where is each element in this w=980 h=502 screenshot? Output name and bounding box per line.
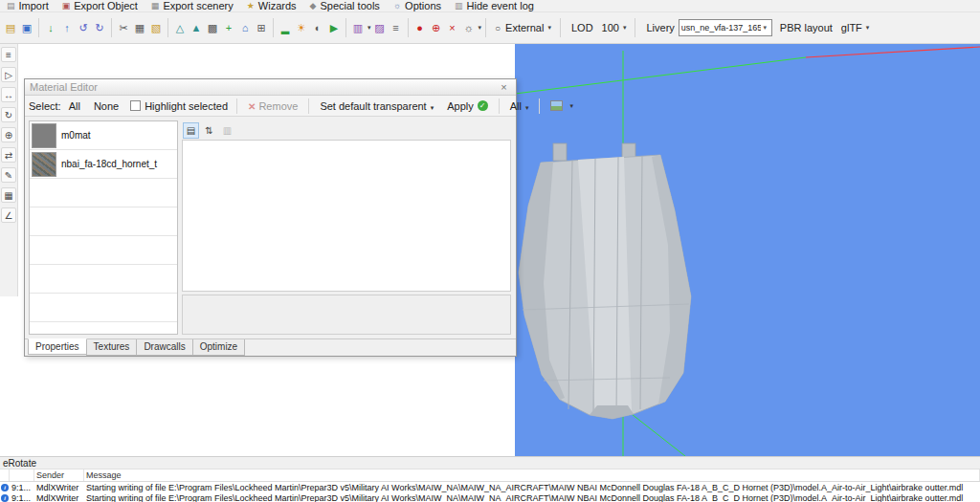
layers-icon[interactable]: ≡ — [1, 47, 16, 62]
categorized-icon[interactable]: ▤ — [183, 122, 199, 139]
scenegraph-icon[interactable]: ≡ — [389, 19, 404, 36]
material-list[interactable]: m0mat nbai_fa-18cd_hornet_t — [29, 120, 178, 335]
rotate-icon[interactable]: ↻ — [1, 107, 16, 122]
tab-properties[interactable]: Properties — [28, 338, 87, 355]
menu-item-hide-event-log[interactable]: ▥Hide event log — [448, 0, 541, 12]
log-entry[interactable]: i 9:1... MdlXWriter Starting writing of … — [0, 492, 980, 502]
position-icon[interactable]: ⊕ — [429, 19, 444, 36]
wizards-menu-icon: ★ — [247, 0, 255, 11]
model-airbrake[interactable] — [519, 143, 691, 419]
log-message-column-header[interactable]: Message — [84, 469, 980, 481]
move-icon[interactable]: ↔ — [1, 87, 16, 102]
pbr-layout-dropdown[interactable]: glTF ▾ — [836, 19, 875, 36]
property-grid[interactable] — [182, 140, 511, 292]
material-editor-titlebar[interactable]: Material Editor × — [25, 79, 516, 96]
material-list-empty-row — [30, 265, 177, 294]
texture-view-dropdown[interactable]: ▾ — [545, 98, 579, 114]
menu-item-wizards[interactable]: ★Wizards — [240, 0, 303, 12]
property-pages-icon[interactable]: ▥ — [219, 122, 235, 139]
menu-label: Import — [19, 0, 49, 11]
toolbar-separator — [236, 98, 237, 114]
log-cell-message: Starting writing of file E:\Program File… — [84, 492, 980, 502]
log-sender-column-header[interactable]: Sender — [34, 469, 84, 481]
apply-button[interactable]: Apply ✓ — [441, 98, 494, 115]
filter-all-label: All — [510, 100, 522, 112]
textured-view-icon[interactable]: ▲ — [189, 19, 204, 36]
snap-grid-icon[interactable]: ▦ — [1, 187, 16, 203]
material-editor-icon[interactable]: ▥ — [350, 19, 366, 36]
material-list-empty-row — [30, 322, 177, 335]
close-icon[interactable]: × — [497, 81, 511, 94]
ground-plane-icon[interactable]: ▂ — [278, 19, 293, 36]
viewport-3d[interactable] — [515, 44, 980, 456]
import-icon[interactable]: ↓ — [43, 19, 58, 36]
paste-icon[interactable]: ▧ — [148, 19, 164, 36]
checkbox-box — [130, 100, 141, 111]
material-name: m0mat — [61, 130, 91, 141]
log-cell-icon: i — [0, 492, 10, 502]
cut-icon[interactable]: ✂ — [116, 19, 131, 36]
highlight-selected-checkbox[interactable]: Highlight selected — [130, 100, 228, 112]
measure-icon[interactable]: ∠ — [1, 207, 16, 223]
chevron-down-icon: ▾ — [547, 24, 551, 32]
axes-toggle-icon[interactable]: + — [221, 19, 236, 36]
chevron-down-icon: ▾ — [623, 24, 627, 32]
chevron-down-icon[interactable]: ▾ — [368, 24, 371, 32]
select-pointer-icon[interactable]: ▷ — [1, 67, 16, 82]
alphabetical-sort-icon[interactable]: ⇅ — [201, 122, 217, 139]
chevron-down-icon: ▾ — [525, 104, 529, 111]
earth-icon[interactable]: ● — [412, 19, 428, 36]
open-file-icon[interactable]: ▤ — [3, 19, 18, 36]
toolbar-separator — [499, 98, 500, 114]
set-default-transparent-dropdown[interactable]: Set default transparent▾ — [314, 98, 439, 115]
remove-button[interactable]: ✕Remove — [242, 98, 303, 115]
redo-icon[interactable]: ↻ — [92, 19, 107, 36]
external-view-dropdown[interactable]: ○ External ▾ — [490, 19, 556, 36]
filter-all-dropdown[interactable]: All▾ — [504, 98, 535, 115]
grid-toggle-icon[interactable]: ▩ — [205, 19, 220, 36]
material-list-empty-row — [30, 236, 177, 265]
log-icon-column-header[interactable] — [0, 469, 10, 481]
home-view-icon[interactable]: ⌂ — [237, 19, 253, 36]
save-file-icon[interactable]: ▣ — [19, 19, 34, 36]
texture-editor-icon[interactable]: ▨ — [372, 19, 388, 36]
select-label: Select: — [29, 100, 61, 112]
errors-icon[interactable]: × — [445, 19, 460, 36]
tab-optimize[interactable]: Optimize — [192, 339, 245, 356]
zoom-extents-icon[interactable]: ⊞ — [254, 19, 269, 36]
menu-item-options[interactable]: ☼Options — [387, 0, 448, 12]
play-animation-icon[interactable]: ▶ — [326, 19, 342, 36]
livery-label: Livery — [646, 22, 674, 33]
menu-item-special-tools[interactable]: ◆Special tools — [303, 0, 387, 12]
select-none-button[interactable]: None — [88, 98, 124, 115]
chevron-down-icon: ▾ — [866, 24, 870, 32]
undo-icon[interactable]: ↺ — [76, 19, 91, 36]
material-item[interactable]: nbai_fa-18cd_hornet_t — [30, 150, 177, 179]
lod-dropdown[interactable]: 100 ▾ — [597, 19, 632, 36]
menu-item-import[interactable]: ▤Import — [0, 0, 56, 12]
event-log: Sender Message i 9:1... MdlXWriter Start… — [0, 469, 980, 502]
select-all-button[interactable]: All — [63, 98, 86, 115]
tab-drawcalls[interactable]: Drawcalls — [136, 339, 192, 356]
pan-icon[interactable]: ⇄ — [1, 147, 16, 163]
chevron-down-icon[interactable]: ▾ — [479, 24, 482, 32]
wireframe-view-icon[interactable]: △ — [172, 19, 188, 36]
copy-icon[interactable]: ▦ — [132, 19, 147, 36]
log-cell-icon: i — [0, 482, 10, 492]
export-icon[interactable]: ↑ — [59, 19, 75, 36]
material-item[interactable]: m0mat — [30, 121, 177, 150]
sun-light-icon[interactable]: ☀ — [294, 19, 309, 36]
lod-value: 100 — [602, 22, 619, 33]
tab-textures[interactable]: Textures — [86, 339, 138, 356]
log-cell-sender: MdlXWriter — [34, 492, 84, 502]
livery-combobox[interactable]: usn_ne_vfa-137_165899 ▾ — [679, 19, 772, 36]
log-time-column-header[interactable] — [10, 469, 34, 481]
menu-item-export-scenery[interactable]: ▦Export scenery — [145, 0, 240, 12]
options-icon[interactable]: ☼ — [461, 19, 477, 36]
day-night-icon[interactable]: ◐ — [310, 19, 325, 36]
window-title: Material Editor — [30, 81, 98, 93]
menu-item-export-object[interactable]: ▣Export Object — [56, 0, 145, 12]
log-entry[interactable]: i 9:1... MdlXWriter Starting writing of … — [0, 482, 980, 492]
zoom-icon[interactable]: ⊕ — [1, 127, 16, 142]
edit-icon[interactable]: ✎ — [1, 167, 16, 183]
